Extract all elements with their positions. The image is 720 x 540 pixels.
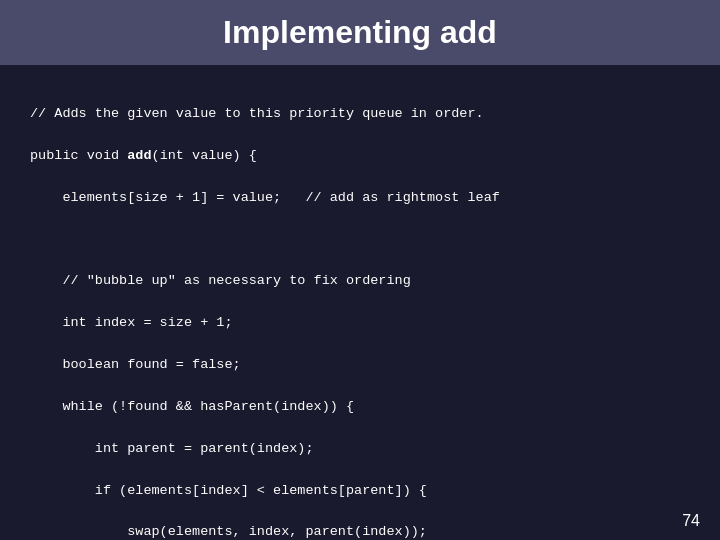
code-line-10: if (elements[index] < elements[parent]) … — [30, 483, 427, 498]
code-line-2: public void add(int value) { — [30, 148, 257, 163]
slide: Implementing add // Adds the given value… — [0, 0, 720, 540]
code-line-7: boolean found = false; — [30, 357, 241, 372]
code-line-1: // Adds the given value to this priority… — [30, 106, 484, 121]
code-line-8: while (!found && hasParent(index)) { — [30, 399, 354, 414]
code-line-3: elements[size + 1] = value; // add as ri… — [30, 190, 500, 205]
code-line-11: swap(elements, index, parent(index)); — [30, 524, 427, 539]
slide-content: // Adds the given value to this priority… — [0, 65, 720, 540]
code-line-6: int index = size + 1; — [30, 315, 233, 330]
title-bar: Implementing add — [0, 0, 720, 65]
code-block: // Adds the given value to this priority… — [30, 83, 690, 540]
code-line-9: int parent = parent(index); — [30, 441, 314, 456]
code-line-4 — [30, 231, 38, 246]
slide-title: Implementing add — [223, 14, 497, 50]
code-line-5: // "bubble up" as necessary to fix order… — [30, 273, 411, 288]
page-number: 74 — [682, 512, 700, 530]
